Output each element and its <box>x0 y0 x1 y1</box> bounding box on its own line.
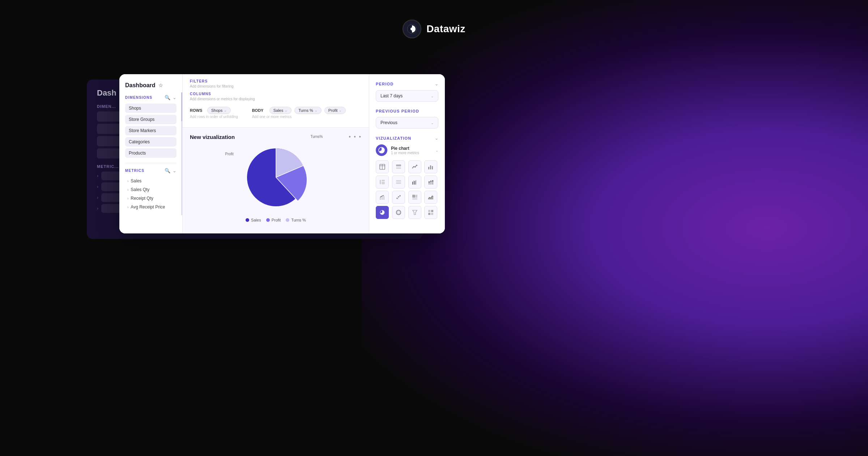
previous-period-dropdown-chevron: ⌄ <box>431 121 434 125</box>
period-dropdown[interactable]: Last 7 days ⌄ <box>376 90 438 102</box>
svg-rect-28 <box>432 180 433 182</box>
viz-btn-table-alt[interactable] <box>392 160 405 173</box>
metric-sales[interactable]: › Sales <box>125 177 176 185</box>
metrics-search-icon[interactable]: 🔍 <box>165 168 170 173</box>
viz-btn-table[interactable] <box>376 160 389 173</box>
legend-profit-dot <box>266 218 270 222</box>
pie-chart-wrapper: Turns% Profit <box>240 141 312 214</box>
pie-legend: Sales Profit Turns % <box>246 218 306 222</box>
svg-rect-17 <box>396 182 401 182</box>
metric-receipt-qty[interactable]: › Receipt Qty <box>125 194 176 203</box>
dimensions-list: Shops Store Groups Store Markers Categor… <box>125 104 176 158</box>
viz-btn-h-table[interactable] <box>376 176 389 189</box>
svg-rect-6 <box>396 165 401 166</box>
svg-rect-45 <box>431 213 433 215</box>
sidebar-item-store-markers[interactable]: Store Markers <box>125 126 176 135</box>
svg-rect-19 <box>412 182 413 185</box>
visualization-section: VIZUALIZATION ⌄ Pie chart <box>376 136 438 219</box>
svg-rect-8 <box>396 168 401 169</box>
selected-viz: Pie chart 1 or more metrics ⌄ <box>376 144 438 156</box>
viz-btn-bar[interactable] <box>424 160 437 173</box>
body-chip-profit[interactable]: Profit ⌄ <box>324 107 346 114</box>
columns-section: COLUMNS Add dimensions or metrics for di… <box>190 92 362 101</box>
viz-selected-chevron[interactable]: ⌄ <box>435 148 438 152</box>
period-collapse-icon[interactable]: ⌄ <box>435 81 438 86</box>
visualization-header: VIZUALIZATION ⌄ <box>376 136 438 141</box>
rows-chip-shops-text: Shops <box>211 108 222 113</box>
svg-rect-12 <box>380 180 381 184</box>
dimensions-header: DIMENSIONS 🔍 ⌄ <box>125 95 176 100</box>
viz-btn-donut[interactable] <box>392 206 405 219</box>
favorite-star-icon[interactable]: ☆ <box>158 83 163 88</box>
visualization-collapse-icon[interactable]: ⌄ <box>435 136 438 141</box>
pie-svg <box>240 141 312 214</box>
chart-menu-icon[interactable]: • • • <box>349 134 362 140</box>
viz-selected-info: Pie chart 1 or more metrics <box>391 146 432 155</box>
svg-rect-31 <box>383 196 384 200</box>
sidebar-item-categories[interactable]: Categories <box>125 137 176 147</box>
viz-btn-area[interactable] <box>424 191 437 204</box>
config-area: FILTERS Add dimensions for filtering COL… <box>183 74 369 128</box>
metric-avg-receipt-price[interactable]: › Avg Receipt Price <box>125 203 176 211</box>
sidebar-item-shops[interactable]: Shops <box>125 104 176 113</box>
svg-rect-16 <box>396 180 401 181</box>
viz-btn-pivot[interactable] <box>424 206 437 219</box>
svg-point-33 <box>398 196 399 198</box>
svg-rect-43 <box>431 210 433 212</box>
viz-type-grid <box>376 160 438 219</box>
pie-chart-container: Turns% Profit <box>190 144 362 220</box>
svg-rect-38 <box>412 198 417 200</box>
period-value: Last 7 days <box>380 93 403 98</box>
svg-rect-21 <box>414 181 415 185</box>
previous-period-dropdown[interactable]: Previous ⌄ <box>376 117 438 128</box>
rows-chip-shops[interactable]: Shops ⌄ <box>207 107 231 114</box>
right-panel: FILTERS Add dimensions for filtering COL… <box>183 74 445 233</box>
previous-period-value: Previous <box>380 120 397 125</box>
rows-chip-chevron: ⌄ <box>224 109 227 112</box>
viz-btn-stacked-bar[interactable] <box>424 176 437 189</box>
period-label: PERIOD <box>376 82 393 86</box>
svg-rect-23 <box>429 183 430 185</box>
viz-btn-tree[interactable] <box>408 191 421 204</box>
top-bar: Datawiz <box>0 0 868 58</box>
legend-sales-dot <box>246 218 249 222</box>
dimensions-icons: 🔍 ⌄ <box>165 95 176 100</box>
metrics-header: METRICS 🔍 ⌄ <box>125 168 176 173</box>
previous-period-section: PREVIOUS PERIOD Previous ⌄ <box>376 109 438 128</box>
viz-btn-pie[interactable] <box>376 206 389 219</box>
sidebar-scrollbar <box>181 92 182 215</box>
svg-rect-27 <box>432 182 433 185</box>
chart-header: New vizualization • • • <box>190 134 362 140</box>
metrics-collapse-icon[interactable]: ⌄ <box>173 168 176 173</box>
pie-profit-label: Profit <box>225 152 234 156</box>
logo: Datawiz <box>403 20 465 38</box>
viz-btn-combo[interactable] <box>376 191 389 204</box>
filters-sublabel: Add dimensions for filtering <box>190 84 362 88</box>
dimensions-collapse-icon[interactable]: ⌄ <box>173 95 176 100</box>
svg-rect-20 <box>413 181 414 185</box>
pie-turns-label: Turns% <box>310 135 323 139</box>
svg-rect-14 <box>382 182 385 183</box>
svg-rect-9 <box>428 167 429 169</box>
svg-rect-11 <box>432 166 433 169</box>
svg-rect-15 <box>382 183 385 184</box>
body-chip-sales[interactable]: Sales ⌄ <box>269 107 292 114</box>
columns-label: COLUMNS <box>190 92 362 96</box>
svg-rect-37 <box>416 195 417 198</box>
body-label: BODY <box>252 108 267 113</box>
viz-btn-h-table-2[interactable] <box>392 176 405 189</box>
rows-label: ROWS <box>190 108 204 113</box>
body-chip-turns[interactable]: Turns % ⌄ <box>294 107 322 114</box>
sidebar-item-products[interactable]: Products <box>125 148 176 158</box>
metric-sales-qty[interactable]: › Sales Qty <box>125 185 176 194</box>
viz-btn-scatter[interactable] <box>392 191 405 204</box>
viz-btn-funnel[interactable] <box>408 206 421 219</box>
dimensions-search-icon[interactable]: 🔍 <box>165 95 170 100</box>
viz-selected-sub: 1 or more metrics <box>391 151 432 155</box>
svg-rect-44 <box>428 213 430 215</box>
metrics-list: › Sales › Sales Qty › Receipt Qty › Avg … <box>125 177 176 211</box>
viz-btn-line[interactable] <box>408 160 421 173</box>
body-row: BODY Sales ⌄ Turns % ⌄ Pr <box>252 107 362 114</box>
sidebar-item-store-groups[interactable]: Store Groups <box>125 115 176 124</box>
viz-btn-grouped-bar[interactable] <box>408 176 421 189</box>
